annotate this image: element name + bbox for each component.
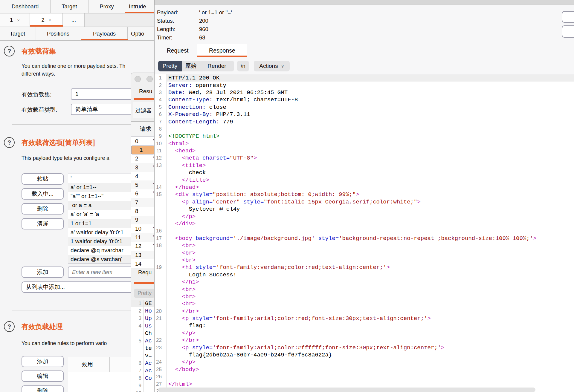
line-number: 22 xyxy=(155,337,167,344)
results-table-header[interactable]: 请求 xyxy=(131,121,154,137)
code-line-content: HTTP/1.1 200 OK xyxy=(167,74,574,82)
response-code-line: 2Server: openresty xyxy=(155,82,574,89)
results-table-row[interactable]: 10' xyxy=(131,224,154,233)
code-token: openresty xyxy=(192,82,226,89)
results-table-row[interactable]: 1 xyxy=(131,146,154,154)
help-icon[interactable]: ? xyxy=(4,137,15,148)
request-view-tab[interactable]: Request xyxy=(159,44,196,57)
results-table-row[interactable]: 6' xyxy=(131,189,154,198)
code-text: Ch xyxy=(144,330,152,337)
tab-dashboard[interactable]: Dashboard xyxy=(0,0,51,13)
response-code-line: 11 <head> xyxy=(155,147,574,154)
results-table-row[interactable]: 0' xyxy=(131,137,154,146)
column-divider xyxy=(109,357,110,372)
top-right-button-1[interactable] xyxy=(562,11,574,23)
attack-tab-2[interactable]: 2× xyxy=(30,13,63,27)
code-line-content: </p> xyxy=(167,330,574,337)
filter-bar[interactable]: 过滤器 xyxy=(133,102,154,118)
top-right-button-2[interactable] xyxy=(562,25,574,38)
paste-button[interactable]: 粘贴 xyxy=(22,173,64,185)
processing-add-button[interactable]: 添加 xyxy=(22,356,64,367)
payload-options-description: This payload type lets you configure a xyxy=(22,154,109,162)
results-table-row[interactable]: 8 xyxy=(131,207,154,215)
code-line-content xyxy=(167,373,574,380)
code-token xyxy=(315,235,318,242)
results-table-row[interactable]: 5' xyxy=(131,180,154,189)
tab-options[interactable]: Optio xyxy=(128,27,155,40)
window-title-bar[interactable] xyxy=(155,0,574,4)
raw-toggle[interactable]: 原始 xyxy=(182,61,200,71)
code-token: </p> xyxy=(168,213,196,220)
code-token: "UTF-8" xyxy=(230,155,254,161)
actions-menu-button[interactable]: Actions ∨ xyxy=(254,61,290,71)
close-icon[interactable]: × xyxy=(49,18,51,23)
tab-target-main[interactable]: Target xyxy=(51,0,88,13)
add-button[interactable]: 添加 xyxy=(22,267,64,278)
line-number xyxy=(155,300,167,307)
line-number: 17 xyxy=(155,235,167,242)
results-table-row[interactable]: 4 xyxy=(131,172,154,180)
chip-label: \n xyxy=(241,63,245,69)
code-line-content: <br> xyxy=(167,249,574,256)
results-table-row[interactable]: 13 xyxy=(131,251,154,259)
tab-label: Proxy xyxy=(100,3,114,10)
response-code-rows[interactable]: 1HTTP/1.1 200 OK2Server: openresty3Date:… xyxy=(155,74,574,392)
clear-button[interactable]: 清屏 xyxy=(22,218,64,229)
line-number xyxy=(155,257,167,264)
attack-tab-1[interactable]: 1× xyxy=(0,13,30,27)
code-token: <p xyxy=(168,344,192,351)
request-code-line: 2Ho xyxy=(131,307,154,315)
code-token: </br> xyxy=(168,337,199,344)
help-icon[interactable]: ? xyxy=(4,321,15,332)
line-number: 24 xyxy=(155,359,167,366)
results-table-row[interactable]: 7 xyxy=(131,198,154,207)
horizontal-scrollbar[interactable] xyxy=(158,388,535,392)
processing-edit-button[interactable]: 编辑 xyxy=(22,370,64,382)
request-tab[interactable]: Requ xyxy=(138,269,152,276)
line-number: 11 xyxy=(155,147,167,154)
results-table-row[interactable]: 11' xyxy=(131,233,154,242)
window-button-icon[interactable] xyxy=(146,76,153,82)
code-token: charset= xyxy=(202,155,230,161)
tab-payloads[interactable]: Payloads xyxy=(81,27,128,40)
main-tab-bar: Dashboard Target Proxy Intrude xyxy=(0,0,155,13)
results-table-row[interactable]: 12' xyxy=(131,242,154,251)
help-icon[interactable]: ? xyxy=(4,46,15,56)
tab-intruder[interactable]: Intrude xyxy=(125,0,155,13)
response-code-line: 3Date: Wed, 28 Jul 2021 06:25:45 GMT xyxy=(155,89,574,96)
pretty-toggle[interactable]: Pretty xyxy=(158,61,182,71)
response-view-tab[interactable]: Response xyxy=(197,44,247,57)
line-number xyxy=(155,278,167,286)
tab-proxy[interactable]: Proxy xyxy=(88,0,125,13)
results-table-row[interactable]: 9 xyxy=(131,216,154,224)
remove-button[interactable]: 删除 xyxy=(22,203,64,215)
attack-tab-bar: 1× 2× ... xyxy=(0,13,155,27)
payload-sliver: ' xyxy=(153,139,154,144)
close-icon[interactable]: × xyxy=(17,18,20,23)
results-tab[interactable]: Resu xyxy=(139,88,152,95)
tab-target-sub[interactable]: Target xyxy=(0,27,35,40)
code-line-content: </h1> xyxy=(167,278,574,286)
load-button[interactable]: 载入中... xyxy=(22,188,64,200)
results-table-row[interactable]: 14 xyxy=(131,259,154,268)
results-table-row[interactable]: 3' xyxy=(131,163,154,172)
gutter-divider xyxy=(143,300,144,392)
chip-label: Pretty xyxy=(138,290,152,296)
request-number: 8 xyxy=(131,208,138,215)
attack-tab-more[interactable]: ... xyxy=(63,13,85,27)
results-table-row[interactable]: 2' xyxy=(131,154,154,163)
processing-remove-button[interactable]: 删除 xyxy=(22,385,64,392)
pretty-chip[interactable]: Pretty xyxy=(134,289,154,298)
code-line-content: Date: Wed, 28 Jul 2021 06:25:45 GMT xyxy=(167,89,574,96)
request-code-viewer[interactable]: 1GE2Ho3Up4UsCh5Actev=6Ac7Ac8Co910 xyxy=(131,300,154,392)
window-button-icon[interactable] xyxy=(135,76,141,82)
status-label: Status: xyxy=(157,18,174,24)
response-code-line: Login Success! xyxy=(155,271,574,278)
code-token: <br> xyxy=(168,242,196,249)
response-code-line: 21 <p style='font-family:arial;color:red… xyxy=(155,315,574,322)
code-token: <p xyxy=(168,315,192,322)
newline-toggle[interactable]: \n xyxy=(237,61,249,71)
render-toggle[interactable]: Render xyxy=(200,61,234,71)
tab-positions[interactable]: Positions xyxy=(36,27,81,40)
code-token: "position: absolute;bottom: 0;width: 99%… xyxy=(213,191,356,198)
